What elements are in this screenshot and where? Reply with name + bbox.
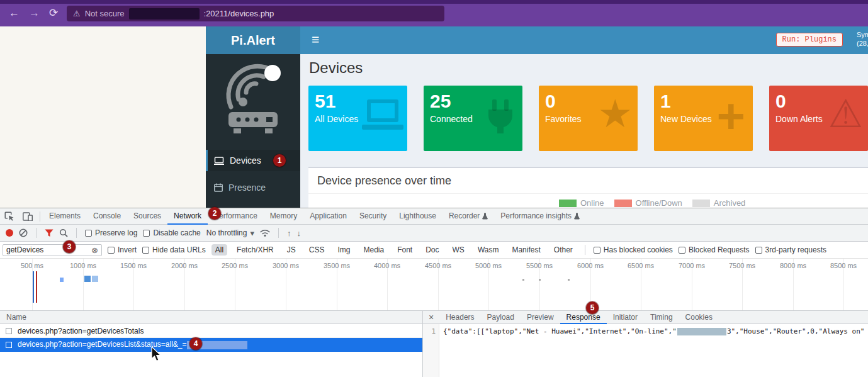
requests-name-header[interactable]: Name [0,311,422,324]
card-connected[interactable]: 25 Connected [424,86,522,151]
checkbox[interactable] [85,230,92,237]
clear-filter-icon[interactable]: ⊗ [91,245,98,255]
checkbox[interactable] [679,247,685,254]
filter-input[interactable]: getDevices ⊗ [3,244,102,256]
sidebar-toggle-icon[interactable]: ≡ [312,32,319,47]
filter-chip-font[interactable]: Font [393,244,416,256]
devtools-panel: Elements Console Sources Network Perform… [0,208,868,377]
clear-button[interactable] [19,228,28,237]
mouse-cursor [151,347,162,363]
tab-timing[interactable]: Timing [644,311,679,324]
filter-chip-doc[interactable]: Doc [422,244,442,256]
tab-response[interactable]: Response [560,311,607,324]
network-overview-timeline[interactable]: 500 ms 1000 ms 1500 ms 2000 ms 2500 ms 3… [0,259,868,311]
checkbox[interactable] [108,247,115,254]
request-row-get-devices-totals[interactable]: devices.php?action=getDevicesTotals [0,324,422,338]
record-button[interactable] [6,229,13,237]
tab-console[interactable]: Console [87,208,127,225]
requests-table: Name devices.php?action=getDevicesTotals… [0,311,423,377]
tab-payload[interactable]: Payload [481,311,521,324]
timeline-tick: 2000 ms [171,262,198,269]
checkbox[interactable] [143,230,150,237]
timeline-tick: 4000 ms [374,262,400,269]
filter-icon[interactable] [45,229,54,237]
card-new-devices[interactable]: 1 New Devices + [654,86,753,151]
box-title: Device presence over time [308,168,868,188]
back-button[interactable]: ← [9,8,20,18]
filter-chip-img[interactable]: Img [334,244,354,256]
calendar-icon [214,183,223,192]
timeline-tick: 1000 ms [70,262,96,269]
summary-cards: 51 All Devices 25 Connected 0 Favorites … [308,86,868,151]
filter-chip-wasm[interactable]: Wasm [474,244,503,256]
reload-button[interactable]: ⟳ [49,8,58,18]
waterfall-dot [522,279,524,281]
forward-button[interactable]: → [29,8,40,18]
separator [278,228,279,238]
has-blocked-cookies-toggle[interactable]: Has blocked cookies [594,245,673,254]
filter-chip-fetch-xhr[interactable]: Fetch/XHR [233,244,278,256]
import-har-icon[interactable]: ↑ [287,228,291,238]
hide-data-urls-toggle[interactable]: Hide data URLs [142,245,206,254]
waterfall-bar [84,276,91,282]
presence-chart-box: Device presence over time Online Offline… [308,167,868,208]
disable-cache-toggle[interactable]: Disable cache [143,228,200,237]
waterfall-dot [568,279,570,281]
annotation-badge-2: 2 [208,207,221,220]
tab-performance-insights[interactable]: Performance insights [494,208,586,225]
tab-network[interactable]: Network [167,208,208,225]
run-plugins-button[interactable]: Run: Plugins [776,33,843,47]
preserve-log-toggle[interactable]: Preserve log [85,228,137,237]
card-all-devices[interactable]: 51 All Devices [308,86,407,151]
separator [40,211,40,222]
filter-chip-css[interactable]: CSS [305,244,329,256]
tab-headers[interactable]: Headers [439,311,480,324]
request-details-panel: × Headers Payload Preview Response Initi… [423,311,868,377]
tab-cookies[interactable]: Cookies [679,311,719,324]
search-icon[interactable] [59,228,68,237]
card-down-alerts[interactable]: 0 Down Alerts ⚠ [769,86,868,151]
filter-chip-all[interactable]: All [211,244,227,256]
invert-toggle[interactable]: Invert [108,245,137,254]
tab-lighthouse[interactable]: Lighthouse [393,208,442,225]
address-bar[interactable]: ⚠ Not secure :20211/devices.php [67,6,444,21]
request-type-icon [6,328,12,334]
app-logo[interactable]: Pi.Alert [206,26,300,54]
request-row-get-devices-list[interactable]: devices.php?action=getDevicesList&status… [0,338,422,352]
sidebar-item-presence[interactable]: Presence [206,177,300,198]
filter-chip-ws[interactable]: WS [449,244,468,256]
tab-security[interactable]: Security [353,208,393,225]
card-favorites[interactable]: 0 Favorites ★ [539,86,638,151]
filter-chip-manifest[interactable]: Manifest [508,244,544,256]
filter-chip-other[interactable]: Other [550,244,577,256]
chart-legend: Online Offline/Down Archived [559,198,745,208]
timeline-tick: 500 ms [21,262,43,269]
network-split-view: Name devices.php?action=getDevicesTotals… [0,311,868,377]
tab-initiator[interactable]: Initiator [607,311,644,324]
checkbox[interactable] [594,247,600,254]
filter-input-value: getDevices [6,245,43,254]
response-viewer: 1 {"data":[["laptop","Net - Huawei","Int… [423,324,868,377]
annotation-badge-1: 1 [273,154,286,167]
inspect-element-icon[interactable] [0,211,18,221]
filter-chip-js[interactable]: JS [283,244,300,256]
export-har-icon[interactable]: ↓ [296,228,301,238]
tab-sources[interactable]: Sources [127,208,167,225]
tab-recorder[interactable]: Recorder [442,208,494,225]
header-right-text[interactable]: Sym (28, [857,30,868,48]
device-toolbar-icon[interactable] [18,212,37,221]
blocked-requests-toggle[interactable]: Blocked Requests [679,245,750,254]
tab-application[interactable]: Application [303,208,353,225]
tab-preview[interactable]: Preview [521,311,560,324]
tab-elements[interactable]: Elements [43,208,87,225]
throttling-dropdown[interactable]: No throttling ▾ [206,228,254,238]
close-details-icon[interactable]: × [423,312,439,322]
sidebar-item-devices[interactable]: Devices [206,150,300,171]
third-party-requests-toggle[interactable]: 3rd-party requests [755,245,826,254]
network-conditions-icon[interactable] [260,229,270,237]
checkbox[interactable] [755,247,762,254]
legend-item-offline: Offline/Down [614,198,682,208]
filter-chip-media[interactable]: Media [359,244,388,256]
checkbox[interactable] [142,247,149,254]
tab-memory[interactable]: Memory [264,208,303,225]
